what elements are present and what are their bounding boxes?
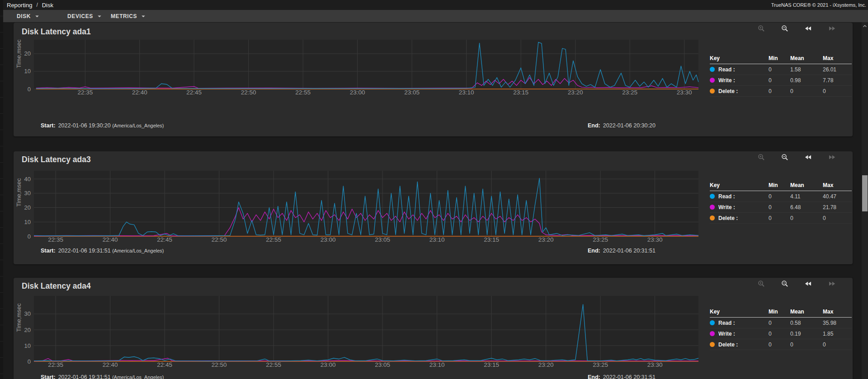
legend-key: Read : [710, 193, 769, 200]
tab-metrics[interactable]: METRICS [111, 12, 147, 20]
svg-text:22:40: 22:40 [103, 361, 118, 368]
start-label: Start: [41, 374, 56, 379]
series-color-dot [710, 78, 715, 83]
legend-col-mean: Mean [790, 309, 823, 315]
svg-text:0: 0 [28, 358, 31, 365]
svg-text:10: 10 [24, 342, 31, 349]
svg-text:22:55: 22:55 [295, 89, 311, 96]
legend-row: Read :01.5826.01 [710, 64, 852, 75]
series-max: 26.01 [823, 66, 852, 73]
series-min: 0 [769, 193, 790, 200]
svg-text:22:40: 22:40 [132, 89, 147, 96]
chart-title: Disk Latency ada3 [22, 155, 91, 164]
report-filter-bar: DISK DEVICES METRICS [3, 10, 868, 22]
chevron-down-icon [139, 12, 147, 20]
series-mean: 4.11 [790, 193, 823, 200]
svg-text:20: 20 [24, 327, 31, 333]
chart-toolbar [757, 280, 836, 288]
end-value: 2022-01-06 20:31:51 [603, 248, 656, 254]
series-name: Write : [718, 77, 735, 84]
legend-key: Write : [710, 204, 769, 211]
step-back-icon[interactable] [804, 153, 812, 161]
svg-text:22:55: 22:55 [266, 236, 281, 243]
end-time: End:2022-01-06 20:30:20 [588, 122, 656, 129]
breadcrumb-reporting[interactable]: Reporting [7, 2, 32, 9]
series-min: 0 [769, 77, 790, 84]
collapsed-sidebar [0, 0, 3, 379]
zoom-in-icon[interactable] [757, 280, 765, 288]
svg-text:23:05: 23:05 [375, 361, 390, 368]
series-color-dot [710, 194, 715, 199]
legend-row: Delete :000 [710, 86, 852, 97]
legend-row: Write :00.191.85 [710, 328, 852, 339]
series-mean: 0 [790, 215, 823, 221]
zoom-in-icon[interactable] [757, 24, 765, 33]
zoom-out-icon[interactable] [781, 280, 789, 288]
svg-text:40: 40 [24, 176, 31, 182]
svg-text:22:50: 22:50 [212, 361, 227, 368]
chart-plot-ada4[interactable]: 010203022:3522:4022:4522:5022:5523:0023:… [18, 295, 701, 375]
chart-title: Disk Latency ada1 [22, 27, 91, 37]
series-min: 0 [769, 331, 790, 337]
end-value: 2022-01-06 20:30:20 [603, 122, 656, 129]
start-value: 2022-01-06 19:31:51 [58, 374, 113, 379]
legend-key: Delete : [710, 215, 769, 221]
svg-text:23:10: 23:10 [429, 361, 445, 368]
zoom-in-icon[interactable] [757, 153, 765, 161]
svg-text:22:45: 22:45 [157, 236, 172, 243]
zoom-out-icon[interactable] [781, 24, 789, 33]
chart-toolbar [757, 24, 836, 33]
svg-text:22:35: 22:35 [48, 361, 63, 368]
series-min: 0 [769, 342, 790, 348]
step-forward-icon[interactable] [828, 280, 836, 288]
svg-text:23:20: 23:20 [538, 361, 554, 368]
step-back-icon[interactable] [804, 24, 812, 33]
series-max: 7.78 [823, 77, 852, 84]
svg-text:23:25: 23:25 [622, 89, 637, 96]
chart-plot-ada1[interactable]: 0102022:3522:4022:4522:5022:5523:0023:05… [18, 38, 701, 103]
time-range: Start:2022-01-06 19:30:20 (America/Los_A… [41, 122, 844, 129]
chart-title: Disk Latency ada4 [22, 281, 91, 291]
scroll-up-icon[interactable] [862, 23, 868, 29]
scrollbar[interactable] [862, 22, 868, 379]
legend-key: Write : [710, 77, 769, 84]
breadcrumb: Reporting / Disk [7, 2, 53, 9]
svg-text:23:30: 23:30 [647, 236, 663, 243]
legend-col-mean: Mean [790, 55, 823, 61]
end-label: End: [588, 248, 600, 254]
series-color-dot [710, 67, 715, 72]
end-time: End:2022-01-06 20:31:51 [588, 374, 656, 379]
series-name: Read : [718, 193, 735, 200]
series-color-dot [710, 215, 715, 220]
tab-disk[interactable]: DISK [17, 12, 41, 20]
legend-col-min: Min [769, 182, 790, 188]
series-mean: 0 [790, 342, 823, 348]
series-color-dot [710, 331, 715, 336]
legend-row: Delete :000 [710, 213, 852, 224]
tab-devices[interactable]: DEVICES [67, 12, 104, 20]
series-min: 0 [769, 204, 790, 211]
step-forward-icon[interactable] [828, 24, 836, 33]
svg-text:20: 20 [24, 204, 31, 211]
legend-row: Delete :000 [710, 339, 852, 350]
svg-text:0: 0 [28, 86, 31, 93]
svg-text:23:00: 23:00 [350, 89, 365, 96]
zoom-out-icon[interactable] [781, 153, 789, 161]
series-mean: 0 [790, 88, 823, 94]
legend-col-max: Max [823, 182, 852, 188]
start-label: Start: [41, 248, 56, 254]
series-min: 0 [769, 215, 790, 221]
svg-text:22:50: 22:50 [241, 89, 256, 96]
step-forward-icon[interactable] [828, 153, 836, 161]
legend-col-min: Min [769, 309, 790, 315]
scrollbar-thumb[interactable] [862, 175, 868, 211]
svg-text:10: 10 [24, 68, 31, 75]
series-name: Write : [718, 204, 735, 211]
legend-key: Delete : [710, 88, 769, 94]
end-label: End: [588, 122, 600, 129]
series-name: Delete : [718, 88, 738, 94]
svg-text:23:05: 23:05 [375, 236, 390, 243]
chart-plot-ada3[interactable]: 01020304022:3522:4022:4522:5022:5523:002… [18, 169, 701, 250]
step-back-icon[interactable] [804, 280, 812, 288]
chevron-down-icon [95, 12, 104, 20]
